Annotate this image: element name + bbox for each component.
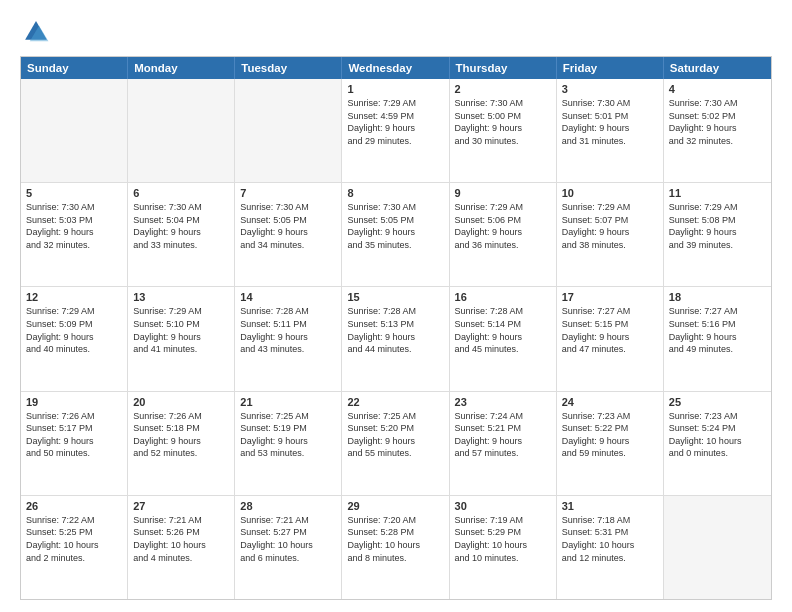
calendar-cell: 9Sunrise: 7:29 AM Sunset: 5:06 PM Daylig… [450, 183, 557, 286]
cell-content: Sunrise: 7:20 AM Sunset: 5:28 PM Dayligh… [347, 514, 443, 564]
cell-content: Sunrise: 7:28 AM Sunset: 5:13 PM Dayligh… [347, 305, 443, 355]
day-number: 6 [133, 187, 229, 199]
header-day-thursday: Thursday [450, 57, 557, 79]
cell-content: Sunrise: 7:23 AM Sunset: 5:24 PM Dayligh… [669, 410, 766, 460]
cell-content: Sunrise: 7:27 AM Sunset: 5:15 PM Dayligh… [562, 305, 658, 355]
calendar-cell: 30Sunrise: 7:19 AM Sunset: 5:29 PM Dayli… [450, 496, 557, 599]
calendar-row-1: 1Sunrise: 7:29 AM Sunset: 4:59 PM Daylig… [21, 79, 771, 182]
day-number: 7 [240, 187, 336, 199]
calendar-cell: 15Sunrise: 7:28 AM Sunset: 5:13 PM Dayli… [342, 287, 449, 390]
day-number: 15 [347, 291, 443, 303]
calendar-cell: 13Sunrise: 7:29 AM Sunset: 5:10 PM Dayli… [128, 287, 235, 390]
calendar-header: SundayMondayTuesdayWednesdayThursdayFrid… [21, 57, 771, 79]
day-number: 31 [562, 500, 658, 512]
header-day-sunday: Sunday [21, 57, 128, 79]
calendar-cell: 7Sunrise: 7:30 AM Sunset: 5:05 PM Daylig… [235, 183, 342, 286]
calendar-cell: 12Sunrise: 7:29 AM Sunset: 5:09 PM Dayli… [21, 287, 128, 390]
calendar-row-4: 19Sunrise: 7:26 AM Sunset: 5:17 PM Dayli… [21, 391, 771, 495]
cell-content: Sunrise: 7:30 AM Sunset: 5:00 PM Dayligh… [455, 97, 551, 147]
cell-content: Sunrise: 7:18 AM Sunset: 5:31 PM Dayligh… [562, 514, 658, 564]
day-number: 18 [669, 291, 766, 303]
day-number: 27 [133, 500, 229, 512]
calendar-cell: 22Sunrise: 7:25 AM Sunset: 5:20 PM Dayli… [342, 392, 449, 495]
day-number: 17 [562, 291, 658, 303]
cell-content: Sunrise: 7:29 AM Sunset: 5:08 PM Dayligh… [669, 201, 766, 251]
day-number: 13 [133, 291, 229, 303]
calendar-row-2: 5Sunrise: 7:30 AM Sunset: 5:03 PM Daylig… [21, 182, 771, 286]
cell-content: Sunrise: 7:23 AM Sunset: 5:22 PM Dayligh… [562, 410, 658, 460]
calendar-cell: 18Sunrise: 7:27 AM Sunset: 5:16 PM Dayli… [664, 287, 771, 390]
cell-content: Sunrise: 7:28 AM Sunset: 5:11 PM Dayligh… [240, 305, 336, 355]
cell-content: Sunrise: 7:27 AM Sunset: 5:16 PM Dayligh… [669, 305, 766, 355]
day-number: 2 [455, 83, 551, 95]
day-number: 5 [26, 187, 122, 199]
day-number: 14 [240, 291, 336, 303]
cell-content: Sunrise: 7:30 AM Sunset: 5:01 PM Dayligh… [562, 97, 658, 147]
calendar-cell: 19Sunrise: 7:26 AM Sunset: 5:17 PM Dayli… [21, 392, 128, 495]
day-number: 24 [562, 396, 658, 408]
logo [20, 18, 50, 46]
header-day-monday: Monday [128, 57, 235, 79]
cell-content: Sunrise: 7:30 AM Sunset: 5:05 PM Dayligh… [240, 201, 336, 251]
cell-content: Sunrise: 7:28 AM Sunset: 5:14 PM Dayligh… [455, 305, 551, 355]
calendar-cell: 2Sunrise: 7:30 AM Sunset: 5:00 PM Daylig… [450, 79, 557, 182]
calendar-cell: 21Sunrise: 7:25 AM Sunset: 5:19 PM Dayli… [235, 392, 342, 495]
cell-content: Sunrise: 7:29 AM Sunset: 5:10 PM Dayligh… [133, 305, 229, 355]
day-number: 26 [26, 500, 122, 512]
calendar-cell: 16Sunrise: 7:28 AM Sunset: 5:14 PM Dayli… [450, 287, 557, 390]
calendar-cell: 31Sunrise: 7:18 AM Sunset: 5:31 PM Dayli… [557, 496, 664, 599]
header-day-wednesday: Wednesday [342, 57, 449, 79]
day-number: 11 [669, 187, 766, 199]
cell-content: Sunrise: 7:21 AM Sunset: 5:26 PM Dayligh… [133, 514, 229, 564]
cell-content: Sunrise: 7:19 AM Sunset: 5:29 PM Dayligh… [455, 514, 551, 564]
calendar-cell: 6Sunrise: 7:30 AM Sunset: 5:04 PM Daylig… [128, 183, 235, 286]
cell-content: Sunrise: 7:30 AM Sunset: 5:04 PM Dayligh… [133, 201, 229, 251]
calendar-cell: 20Sunrise: 7:26 AM Sunset: 5:18 PM Dayli… [128, 392, 235, 495]
day-number: 8 [347, 187, 443, 199]
calendar-cell: 25Sunrise: 7:23 AM Sunset: 5:24 PM Dayli… [664, 392, 771, 495]
calendar-cell: 3Sunrise: 7:30 AM Sunset: 5:01 PM Daylig… [557, 79, 664, 182]
calendar-cell: 1Sunrise: 7:29 AM Sunset: 4:59 PM Daylig… [342, 79, 449, 182]
cell-content: Sunrise: 7:30 AM Sunset: 5:02 PM Dayligh… [669, 97, 766, 147]
cell-content: Sunrise: 7:22 AM Sunset: 5:25 PM Dayligh… [26, 514, 122, 564]
day-number: 16 [455, 291, 551, 303]
header-day-saturday: Saturday [664, 57, 771, 79]
day-number: 28 [240, 500, 336, 512]
day-number: 4 [669, 83, 766, 95]
calendar-cell [664, 496, 771, 599]
day-number: 20 [133, 396, 229, 408]
cell-content: Sunrise: 7:29 AM Sunset: 5:09 PM Dayligh… [26, 305, 122, 355]
cell-content: Sunrise: 7:29 AM Sunset: 5:06 PM Dayligh… [455, 201, 551, 251]
calendar-cell: 28Sunrise: 7:21 AM Sunset: 5:27 PM Dayli… [235, 496, 342, 599]
calendar-cell: 29Sunrise: 7:20 AM Sunset: 5:28 PM Dayli… [342, 496, 449, 599]
cell-content: Sunrise: 7:30 AM Sunset: 5:05 PM Dayligh… [347, 201, 443, 251]
calendar-cell: 5Sunrise: 7:30 AM Sunset: 5:03 PM Daylig… [21, 183, 128, 286]
day-number: 12 [26, 291, 122, 303]
calendar-row-5: 26Sunrise: 7:22 AM Sunset: 5:25 PM Dayli… [21, 495, 771, 599]
calendar-cell: 11Sunrise: 7:29 AM Sunset: 5:08 PM Dayli… [664, 183, 771, 286]
calendar-cell: 26Sunrise: 7:22 AM Sunset: 5:25 PM Dayli… [21, 496, 128, 599]
day-number: 10 [562, 187, 658, 199]
calendar-cell [128, 79, 235, 182]
day-number: 25 [669, 396, 766, 408]
cell-content: Sunrise: 7:29 AM Sunset: 5:07 PM Dayligh… [562, 201, 658, 251]
calendar: SundayMondayTuesdayWednesdayThursdayFrid… [20, 56, 772, 600]
day-number: 9 [455, 187, 551, 199]
day-number: 21 [240, 396, 336, 408]
calendar-cell [235, 79, 342, 182]
logo-icon [22, 18, 50, 46]
calendar-row-3: 12Sunrise: 7:29 AM Sunset: 5:09 PM Dayli… [21, 286, 771, 390]
header [20, 18, 772, 46]
page: SundayMondayTuesdayWednesdayThursdayFrid… [0, 0, 792, 612]
calendar-cell: 24Sunrise: 7:23 AM Sunset: 5:22 PM Dayli… [557, 392, 664, 495]
cell-content: Sunrise: 7:26 AM Sunset: 5:18 PM Dayligh… [133, 410, 229, 460]
day-number: 1 [347, 83, 443, 95]
cell-content: Sunrise: 7:26 AM Sunset: 5:17 PM Dayligh… [26, 410, 122, 460]
header-day-friday: Friday [557, 57, 664, 79]
cell-content: Sunrise: 7:25 AM Sunset: 5:20 PM Dayligh… [347, 410, 443, 460]
cell-content: Sunrise: 7:29 AM Sunset: 4:59 PM Dayligh… [347, 97, 443, 147]
day-number: 19 [26, 396, 122, 408]
day-number: 30 [455, 500, 551, 512]
calendar-cell: 10Sunrise: 7:29 AM Sunset: 5:07 PM Dayli… [557, 183, 664, 286]
day-number: 3 [562, 83, 658, 95]
